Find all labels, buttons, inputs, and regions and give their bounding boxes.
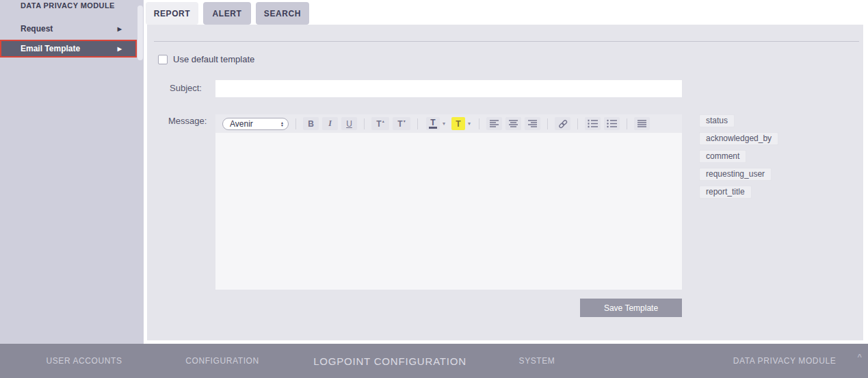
font-grow-icon: T — [376, 119, 381, 129]
collapse-footer-icon[interactable]: ^ — [858, 353, 862, 361]
use-default-template-label: Use default template — [173, 54, 254, 64]
insert-link-button[interactable] — [555, 117, 570, 130]
text-color-icon: T — [426, 117, 440, 130]
font-family-select[interactable]: Avenir ▲▼ — [222, 118, 289, 130]
font-family-value: Avenir — [230, 119, 253, 129]
underline-icon: U — [346, 119, 352, 129]
sidebar-item-request-label: Request — [21, 24, 53, 34]
sidebar-title: DATA PRIVACY MODULE — [21, 1, 115, 10]
justify-button[interactable] — [634, 117, 650, 130]
tab-search-label: SEARCH — [264, 9, 301, 18]
sidebar-item-email-template[interactable]: Email Template ▶ — [0, 40, 137, 58]
message-label: Message: — [168, 116, 207, 126]
main-content: REPORT ALERT SEARCH Use default template… — [147, 0, 868, 340]
tab-alert-label: ALERT — [213, 9, 242, 18]
subject-input[interactable] — [215, 80, 682, 97]
toolbar-separator — [417, 118, 418, 129]
font-shrink-icon: T — [397, 119, 402, 129]
placeholder-requesting-user[interactable]: requesting_user — [699, 168, 772, 181]
text-color-button[interactable]: T ▾ — [426, 117, 445, 130]
italic-icon: I — [328, 118, 332, 129]
justify-icon — [637, 119, 647, 128]
toolbar-separator — [547, 118, 548, 129]
placeholder-list: status acknowledged_by comment requestin… — [699, 114, 778, 199]
use-default-template-row: Use default template — [158, 54, 254, 64]
toolbar-separator — [479, 118, 479, 129]
underline-button[interactable]: U — [341, 117, 357, 130]
align-right-button[interactable] — [525, 117, 540, 130]
decrease-font-size-button[interactable]: T ▾ — [393, 117, 410, 130]
message-body-textarea[interactable] — [215, 133, 682, 290]
chevron-right-icon: ▶ — [118, 26, 122, 32]
subject-label: Subject: — [170, 83, 202, 93]
link-icon — [557, 119, 568, 129]
panel-divider — [154, 41, 859, 42]
chevron-down-icon: ▾ — [443, 121, 445, 127]
bold-button[interactable]: B — [303, 117, 319, 130]
footer-item-data-privacy-module[interactable]: DATA PRIVACY MODULE — [733, 356, 837, 366]
highlight-color-icon: T — [451, 117, 465, 130]
tab-bar: REPORT ALERT SEARCH — [146, 2, 309, 25]
align-left-button[interactable] — [486, 117, 502, 130]
unordered-list-button[interactable] — [604, 117, 620, 130]
unordered-list-icon — [607, 119, 618, 128]
tab-report-label: REPORT — [154, 9, 191, 18]
bold-icon: B — [308, 119, 314, 129]
chevron-down-icon: ▾ — [468, 121, 471, 127]
align-left-icon — [489, 119, 499, 128]
footer-item-logpoint-configuration[interactable]: LOGPOINT CONFIGURATION — [313, 355, 466, 367]
align-center-icon — [508, 119, 518, 128]
tab-search[interactable]: SEARCH — [256, 2, 309, 25]
toolbar-separator — [627, 118, 627, 129]
message-editor: Avenir ▲▼ B I U T ▴ — [215, 114, 682, 290]
save-template-button[interactable]: Save Template — [580, 299, 682, 317]
footer-item-user-accounts[interactable]: USER ACCOUNTS — [46, 356, 122, 366]
italic-button[interactable]: I — [322, 117, 338, 130]
toolbar-separator — [295, 118, 296, 129]
sidebar-item-request[interactable]: Request ▶ — [0, 23, 137, 35]
use-default-template-checkbox[interactable] — [158, 55, 168, 64]
select-stepper-icon: ▲▼ — [280, 121, 284, 127]
footer-nav: USER ACCOUNTS CONFIGURATION LOGPOINT CON… — [0, 344, 868, 378]
tab-report[interactable]: REPORT — [146, 2, 198, 25]
editor-toolbar: Avenir ▲▼ B I U T ▴ — [215, 114, 682, 133]
ordered-list-button[interactable] — [585, 117, 601, 130]
sidebar-item-email-template-label: Email Template — [21, 44, 80, 53]
align-right-icon — [527, 119, 538, 128]
sidebar: DATA PRIVACY MODULE Request ▶ Email Temp… — [0, 0, 144, 344]
highlight-color-button[interactable]: T ▾ — [451, 117, 471, 130]
footer-item-system[interactable]: SYSTEM — [519, 356, 555, 366]
report-panel: Use default template Subject: Message: A… — [147, 25, 863, 340]
ordered-list-icon — [588, 119, 599, 128]
placeholder-acknowledged-by[interactable]: acknowledged_by — [699, 132, 778, 145]
placeholder-report-title[interactable]: report_title — [699, 186, 752, 199]
toolbar-separator — [364, 118, 365, 129]
placeholder-status[interactable]: status — [699, 114, 735, 127]
chevron-right-icon: ▶ — [118, 46, 122, 52]
placeholder-comment[interactable]: comment — [699, 150, 746, 163]
align-center-button[interactable] — [505, 117, 521, 130]
sidebar-scrollbar-thumb[interactable] — [137, 5, 143, 60]
toolbar-separator — [577, 118, 578, 129]
footer-item-configuration[interactable]: CONFIGURATION — [185, 356, 259, 366]
increase-font-size-button[interactable]: T ▴ — [371, 117, 389, 130]
tab-alert[interactable]: ALERT — [203, 2, 251, 25]
